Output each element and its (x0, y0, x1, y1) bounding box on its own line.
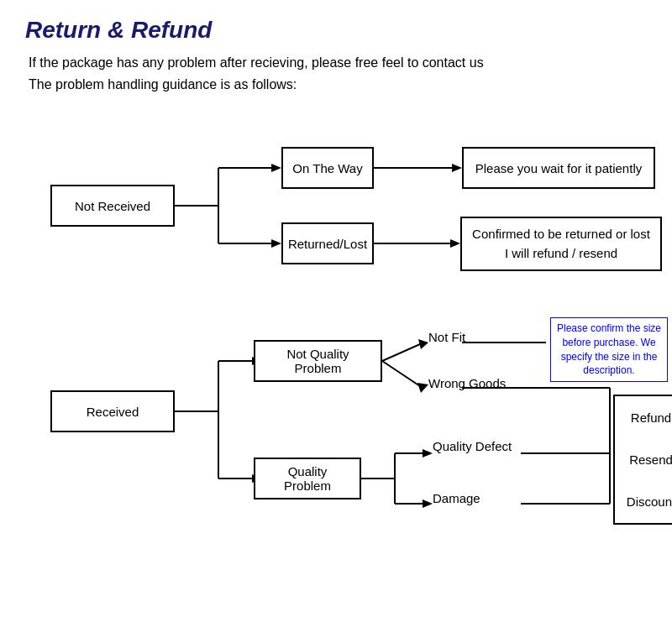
not-fit-text: Not Fit (428, 330, 465, 344)
svg-line-16 (382, 344, 420, 361)
refund-group-box: Refund Resend Discount (613, 395, 672, 525)
returned-lost-label: Returned/Lost (288, 237, 367, 251)
not-fit-label: Not Fit (428, 330, 465, 344)
subtitle: If the package has any problem after rec… (29, 55, 647, 71)
resend-item: Resend (629, 449, 672, 470)
returned-lost-box: Returned/Lost (281, 222, 374, 264)
not-quality-problem-label: Not Quality Problem (264, 347, 372, 375)
svg-marker-28 (423, 499, 433, 508)
tooltip-text: Please confirm the size before purchase.… (557, 322, 661, 376)
svg-line-17 (382, 361, 420, 386)
svg-marker-19 (417, 383, 428, 393)
svg-marker-26 (423, 449, 433, 458)
please-wait-label: Please you wait for it patiently (475, 161, 642, 175)
tooltip-box: Please confirm the size before purchase.… (550, 317, 668, 382)
flowchart: Not Received On The Way Returned/Lost Pl… (34, 118, 672, 537)
confirmed-label: Confirmed to be returned or lost I will … (472, 225, 650, 263)
wrong-goods-text: Wrong Goods (428, 376, 506, 390)
on-the-way-label: On The Way (292, 161, 362, 175)
not-received-label: Not Received (75, 199, 150, 213)
svg-marker-18 (418, 339, 428, 349)
quality-defect-text: Quality Defect (433, 439, 512, 453)
on-the-way-box: On The Way (281, 147, 374, 189)
quality-problem-label: Quality Problem (264, 464, 351, 493)
damage-text: Damage (433, 491, 480, 505)
wrong-goods-label: Wrong Goods (428, 376, 506, 390)
please-wait-box: Please you wait for it patiently (462, 147, 655, 189)
confirmed-box: Confirmed to be returned or lost I will … (460, 217, 662, 271)
quality-problem-box: Quality Problem (254, 458, 361, 499)
damage-label: Damage (433, 491, 480, 505)
refund-item: Refund (631, 407, 671, 428)
svg-marker-5 (271, 239, 281, 248)
quality-defect-label: Quality Defect (433, 439, 512, 453)
not-quality-problem-box: Not Quality Problem (254, 340, 382, 382)
title: Return & Refund (25, 17, 647, 44)
guidance: The problem handling guidance is as foll… (29, 77, 647, 92)
not-received-box: Not Received (50, 185, 175, 227)
svg-marker-7 (452, 164, 462, 172)
discount-item: Discount (627, 491, 672, 512)
svg-marker-3 (271, 164, 281, 172)
received-box: Received (50, 390, 175, 432)
received-label: Received (87, 405, 139, 419)
svg-marker-9 (450, 239, 460, 248)
